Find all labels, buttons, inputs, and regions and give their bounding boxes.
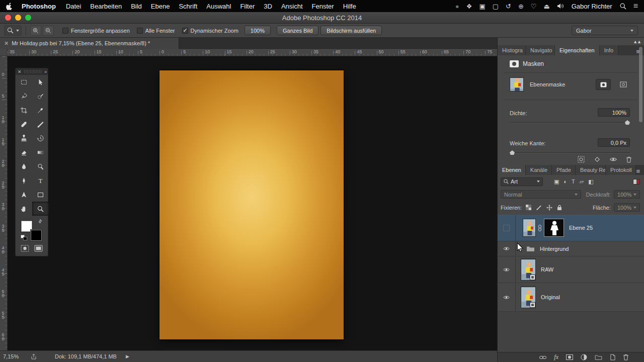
swap-colors-icon[interactable]: ⇄ (37, 218, 43, 224)
move-tool[interactable] (32, 75, 49, 89)
layer-thumbnail[interactable] (523, 219, 536, 237)
actual-pixels-button[interactable]: 100% (245, 26, 271, 35)
eraser-tool[interactable] (16, 145, 32, 159)
tab-ebenen[interactable]: Ebenen (498, 165, 526, 175)
lock-pixels-icon[interactable] (536, 205, 542, 211)
eject-icon[interactable] (543, 3, 549, 10)
default-colors-icon[interactable] (21, 235, 27, 240)
pen-tool[interactable] (16, 173, 32, 188)
filter-smart-objects-icon[interactable]: ◧ (588, 178, 593, 185)
minimize-window-button[interactable] (15, 15, 21, 21)
link-layers-button[interactable] (539, 355, 546, 359)
mask-link-icon[interactable] (538, 225, 542, 231)
menu-photoshop[interactable]: Photoshop (16, 3, 61, 10)
spotlight-search-icon[interactable] (620, 3, 626, 10)
menu-fenster[interactable]: Fenster (307, 3, 339, 10)
lock-all-icon[interactable] (557, 205, 562, 211)
rectangular-marquee-tool[interactable] (16, 75, 32, 89)
panel-menu-icon[interactable]: ≡ (636, 167, 640, 175)
tab-beauty-ret[interactable]: Beauty Ret (576, 165, 606, 175)
healing-brush-tool[interactable] (16, 117, 32, 131)
rectangle-shape-tool[interactable] (32, 188, 49, 202)
background-color-swatch[interactable] (31, 230, 42, 241)
document-tab[interactable]: ✕ Mr Holiday.psb bei 7,15% (Ebene 25, Eb… (0, 38, 179, 49)
zoom-out-button[interactable] (43, 26, 54, 36)
heart-menu-icon[interactable] (531, 3, 537, 10)
notification-center-icon[interactable] (633, 2, 638, 11)
notification-icon[interactable] (455, 3, 459, 10)
fill-screen-button[interactable]: Bildschirm ausfüllen (320, 26, 382, 35)
tab-protokoll[interactable]: Protokoll (606, 165, 636, 175)
vector-mask-button[interactable] (617, 79, 630, 90)
hand-tool[interactable] (16, 202, 32, 216)
menu-ansicht[interactable]: Ansicht (277, 3, 307, 10)
zoom-in-button[interactable] (30, 26, 41, 36)
dropbox-icon[interactable] (466, 3, 472, 10)
double-column-toggle-icon[interactable]: » (44, 69, 46, 74)
zoom-window-button[interactable] (25, 15, 31, 21)
path-selection-tool[interactable] (16, 188, 32, 202)
pixel-mask-button[interactable] (596, 79, 611, 90)
close-document-icon[interactable]: ✕ (4, 40, 9, 47)
feather-value-field[interactable]: 0,0 Px (598, 138, 630, 147)
export-status-icon[interactable] (30, 353, 37, 360)
filter-type-layers-icon[interactable]: T (572, 178, 575, 185)
screen-mode-button[interactable] (34, 245, 43, 252)
close-window-button[interactable] (5, 15, 11, 21)
layer-name[interactable]: RAW (541, 266, 553, 273)
fill-select[interactable]: 100% (614, 203, 640, 212)
delete-mask-button[interactable] (626, 156, 632, 163)
layer-thumbnail[interactable] (521, 258, 536, 281)
filter-type-select[interactable]: Art (501, 177, 543, 186)
scrubby-zoom-checkbox[interactable]: Dynamischer Zoom (182, 28, 238, 34)
history-brush-tool[interactable] (32, 131, 49, 145)
display-mirroring-icon[interactable] (479, 3, 485, 10)
volume-icon[interactable] (557, 3, 564, 9)
blur-tool[interactable] (16, 159, 32, 173)
drag-grip[interactable] (24, 70, 42, 73)
mask-target-thumbnail[interactable] (510, 77, 524, 92)
disable-mask-button[interactable] (610, 157, 617, 162)
menu-auswahl[interactable]: Auswahl (202, 3, 235, 10)
opacity-select[interactable]: 100% (614, 190, 640, 199)
menu-schrift[interactable]: Schrift (174, 3, 202, 10)
menu-bild[interactable]: Bild (126, 3, 146, 10)
menu-datei[interactable]: Datei (61, 3, 86, 10)
layer-mask-thumbnail[interactable] (544, 219, 564, 237)
accessibility-icon[interactable] (518, 3, 524, 10)
menu-ebene[interactable]: Ebene (146, 3, 175, 10)
gradient-tool[interactable] (32, 145, 49, 159)
ruler-horizontal[interactable]: 3530252015105051015202530354045505560657… (8, 49, 497, 56)
zoom-tool[interactable] (32, 202, 49, 216)
apply-mask-button[interactable] (594, 156, 601, 163)
filter-pixel-layers-icon[interactable]: ▣ (554, 178, 559, 185)
status-popup-icon[interactable]: ▶ (126, 354, 129, 359)
quick-mask-button[interactable] (21, 245, 29, 252)
menu-hilfe[interactable]: Hilfe (339, 3, 361, 10)
tab-pfade[interactable]: Pfade (552, 165, 576, 175)
resize-windows-checkbox[interactable]: Fenstergröße anpassen (62, 28, 130, 34)
all-windows-checkbox[interactable]: Alle Fenster (137, 28, 175, 34)
tab-eigenschaften[interactable]: Eigenschaften (555, 45, 600, 55)
filter-adjustment-layers-icon[interactable]: ◐ (564, 178, 567, 185)
close-icon[interactable]: ✕ (18, 69, 22, 74)
screen-sharing-icon[interactable] (493, 3, 499, 10)
zoom-level-field[interactable]: 7,15% (3, 353, 26, 359)
layer-name[interactable]: Ebene 25 (569, 225, 593, 231)
crop-tool[interactable] (16, 103, 32, 117)
density-value-field[interactable]: 100% (598, 108, 630, 117)
layer-thumbnail[interactable] (521, 286, 536, 308)
eyedropper-tool[interactable] (32, 103, 49, 117)
lock-position-icon[interactable] (546, 205, 552, 211)
delete-layer-button[interactable] (623, 354, 629, 360)
menu-bearbeiten[interactable]: Bearbeiten (86, 3, 126, 10)
layer-row-original[interactable]: Original (498, 283, 644, 312)
mask-to-selection-button[interactable] (578, 156, 585, 163)
layer-name[interactable]: Hintergrund (540, 246, 569, 252)
panel-scrollbar[interactable] (639, 47, 642, 122)
layer-row-ebene-25[interactable]: Ebene 25 (498, 215, 644, 241)
tab-info[interactable]: Info (600, 45, 618, 55)
filter-toggle-icon[interactable] (633, 179, 640, 185)
lock-transparency-icon[interactable] (526, 205, 531, 210)
ruler-vertical[interactable]: 5051015202530354045505560 (0, 56, 8, 350)
